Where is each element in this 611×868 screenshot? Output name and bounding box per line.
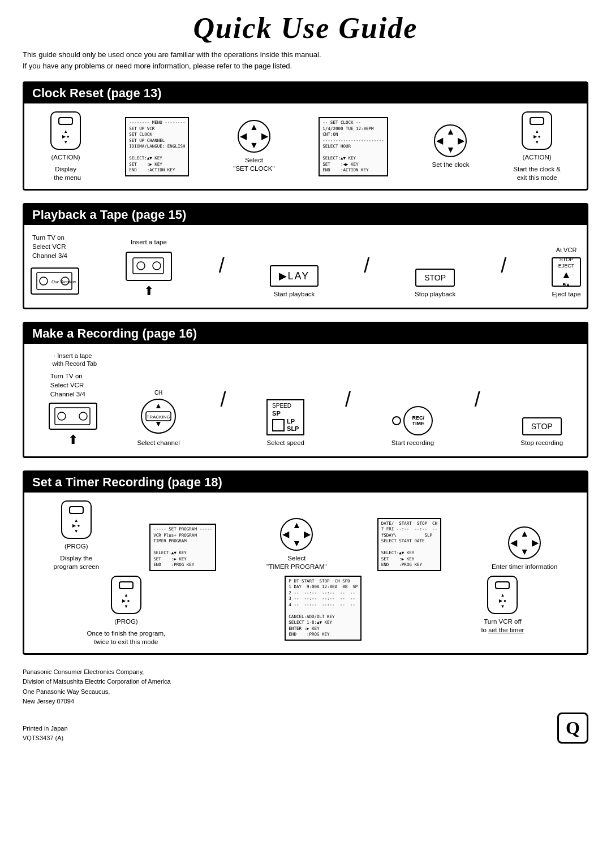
clock-step-5: ▲ ◀▶ ▼ Set the clock: [432, 124, 470, 169]
timer-step-1-sub: (PROG): [64, 542, 88, 551]
timer-section: Set a Timer Recording (page 18) ▲▶ ●▼ (P…: [23, 470, 588, 655]
vcr-deck-icon-rec: [48, 399, 98, 431]
stop-button-rec-icon: STOP: [522, 417, 562, 435]
stop-button-icon: STOP: [415, 269, 455, 287]
svg-point-2: [40, 277, 48, 285]
timer-content-bottom: ▲▶ ●▼ (PROG) Once to finish the program,…: [24, 576, 587, 653]
footer-printed: Printed in Japan: [23, 724, 68, 734]
slash-1: /: [219, 256, 225, 276]
recording-step-3: SPEED SP LP SLP Select speed: [266, 399, 304, 447]
timer-step-6-label: Once to finish the program,twice to exit…: [87, 629, 166, 646]
timer-step-4: DATE/ START STOP CH 7 FRI --:-- --:-- --…: [377, 518, 441, 571]
footer-model: VQTS3437 (A): [23, 733, 68, 744]
playback-step-2: Insert a tape ⬆: [124, 238, 174, 299]
footer-print-info: Printed in Japan VQTS3437 (A): [23, 724, 68, 744]
timer-step-6: ▲▶ ●▼ (PROG) Once to finish the program,…: [87, 576, 166, 646]
clock-step-6: ▲▶ ●▼ (ACTION) Start the clock &exit thi…: [513, 111, 561, 182]
dpad-icon-clock: ▲ ◀▶ ▼: [238, 120, 270, 153]
rec-dot-icon: [392, 416, 401, 425]
play-button-icon: ▶LAY: [270, 265, 319, 287]
channel-dial-icon: ▲ ▼ TRACKING: [139, 397, 178, 435]
clock-step-3-label: Select"SET CLOCK": [233, 156, 274, 173]
recording-section: Make a Recording (page 16) · Insert a ta…: [23, 322, 588, 458]
clock-screen: -- SET CLOCK -- 1/4/2000 TUE 12:00PM CNT…: [319, 117, 388, 176]
timer-step-3: ▲ ◀▶ ▼ Select"TIMER PROGRAM": [266, 518, 327, 571]
recording-step-1: · Insert a tape with Record Tab Turn TV …: [48, 352, 98, 447]
recording-step-5-label: Stop recording: [520, 439, 563, 447]
recording-step-2: CH ▲ ▼ TRACKING Select channel: [137, 390, 179, 447]
timer-step-7: P DT START STOP CH SPD 1 DAY 9:00A 12:00…: [285, 576, 362, 641]
svg-point-12: [79, 412, 87, 420]
clock-step-1-desc: Display· the menu: [50, 165, 81, 182]
recording-title: Make a Recording (page 16): [24, 323, 587, 344]
clock-step-2: -------- MENU -------- SET UP VCR SET CL…: [125, 117, 189, 176]
timer-screen: DATE/ START STOP CH 7 FRI --:-- --:-- --…: [377, 518, 441, 571]
timer-step-5: ▲ ◀▶ ▼ Enter timer information: [492, 526, 557, 571]
playback-step-5-top: At VCR: [556, 246, 577, 254]
slash-r2: /: [345, 390, 351, 410]
speed-box-icon: SPEED SP LP SLP: [266, 399, 304, 435]
timer-step-5-label: Enter timer information: [492, 563, 557, 571]
slash-r3: /: [475, 390, 480, 410]
timer-step-6-sub: (PROG): [114, 617, 138, 626]
playback-step-5-label: Eject tape: [552, 290, 580, 299]
footer-address: One Panasonic Way Secaucus,: [23, 687, 588, 697]
svg-text:TRACKING: TRACKING: [147, 414, 170, 420]
clock-reset-content: ▲▶ ●▼ (ACTION) Display· the menu -------…: [24, 103, 587, 189]
prog-remote-icon-2: ▲▶ ●▼: [111, 576, 141, 614]
playback-section: Playback a Tape (page 15) Turn TV onSele…: [23, 203, 588, 309]
timer-title: Set a Timer Recording (page 18): [24, 472, 587, 493]
clock-reset-title: Clock Reset (page 13): [24, 83, 587, 103]
timer-step-8-label: Turn VCR offto set the timer: [481, 617, 524, 634]
slash-2: /: [364, 256, 369, 276]
footer-city: New Jersey 07094: [23, 697, 588, 707]
playback-step-4-label: Stop playback: [415, 290, 455, 299]
clock-step-6-label: (ACTION): [523, 153, 552, 162]
timer-step-3-label: Select"TIMER PROGRAM": [266, 554, 327, 571]
playback-step-3-label: Start playback: [274, 290, 315, 299]
clock-step-6-desc: Start the clock &exit this mode: [513, 165, 561, 182]
playback-title: Playback a Tape (page 15): [24, 205, 587, 225]
recording-step-4-label: Start recording: [391, 439, 434, 447]
q-logo: Q: [557, 712, 588, 744]
dpad-icon-timer2: ▲ ◀▶ ▼: [508, 526, 541, 559]
clock-step-4: -- SET CLOCK -- 1/4/2000 TUE 12:00PM CNT…: [319, 117, 388, 176]
page-title: Quick Use Guide: [23, 11, 588, 45]
playback-step-3: ▶LAY Start playback: [270, 265, 319, 299]
recording-step-4: REC/TIME Start recording: [391, 406, 434, 447]
timer-step-1-label: Display theprogram screen: [54, 554, 100, 571]
slash-r1: /: [220, 390, 226, 410]
recording-step-3-label: Select speed: [267, 439, 305, 447]
playback-step-2-top: Insert a tape: [131, 238, 167, 247]
recording-step-2-label: Select channel: [137, 439, 179, 447]
footer-company: Panasonic Consumer Electronics Company,: [23, 667, 588, 677]
playback-step-4: STOP Stop playback: [415, 269, 455, 299]
playback-step-1: Turn TV onSelect VCRChannel 3/4 Our Vaca…: [30, 233, 80, 299]
prog-remote-icon-3: ▲▶ ●▼: [487, 576, 518, 614]
recording-step-1-top: · Insert a tape with Record Tab: [49, 352, 97, 368]
timer-step-8: ▲▶ ●▼ Turn VCR offto set the timer: [481, 576, 524, 634]
timer-content-top: ▲▶ ●▼ (PROG) Display theprogram screen -…: [24, 493, 587, 576]
svg-text:Our Vacation: Our Vacation: [51, 279, 76, 284]
slash-3: /: [501, 256, 506, 276]
dpad-icon-timer: ▲ ◀▶ ▼: [280, 518, 313, 551]
tape-icon: [124, 250, 174, 283]
playback-step-1-label: Turn TV onSelect VCRChannel 3/4: [32, 233, 78, 260]
action-remote-icon-2: ▲▶ ●▼: [522, 111, 552, 150]
footer-bottom: Printed in Japan VQTS3437 (A) Q: [23, 712, 588, 744]
clock-reset-section: Clock Reset (page 13) ▲▶ ●▼ (ACTION) Dis…: [23, 81, 588, 191]
footer-division: Division of Matsushita Electric Corporat…: [23, 677, 588, 687]
dpad-icon-setclock: ▲ ◀▶ ▼: [434, 124, 467, 157]
rec-insert-arrow: ⬆: [68, 433, 78, 447]
clock-step-1-label: (ACTION): [51, 153, 80, 162]
clock-step-5-label: Set the clock: [432, 161, 470, 169]
clock-step-1: ▲▶ ●▼ (ACTION) Display· the menu: [50, 111, 81, 182]
timer-step-1: ▲▶ ●▼ (PROG) Display theprogram screen: [54, 500, 100, 571]
prog-screen: ----- SET PROGRAM ----- VCR Plus+ PROGRA…: [149, 524, 216, 571]
menu-screen: -------- MENU -------- SET UP VCR SET CL…: [125, 117, 189, 176]
action-remote-icon: ▲▶ ●▼: [50, 111, 81, 150]
playback-step-5: At VCR STOPEJECT▲■/▲ Eject tape: [552, 246, 581, 299]
rec-time-icon: REC/TIME: [403, 406, 433, 435]
playback-content: Turn TV onSelect VCRChannel 3/4 Our Vaca…: [24, 225, 587, 308]
svg-text:▲: ▲: [154, 401, 162, 410]
